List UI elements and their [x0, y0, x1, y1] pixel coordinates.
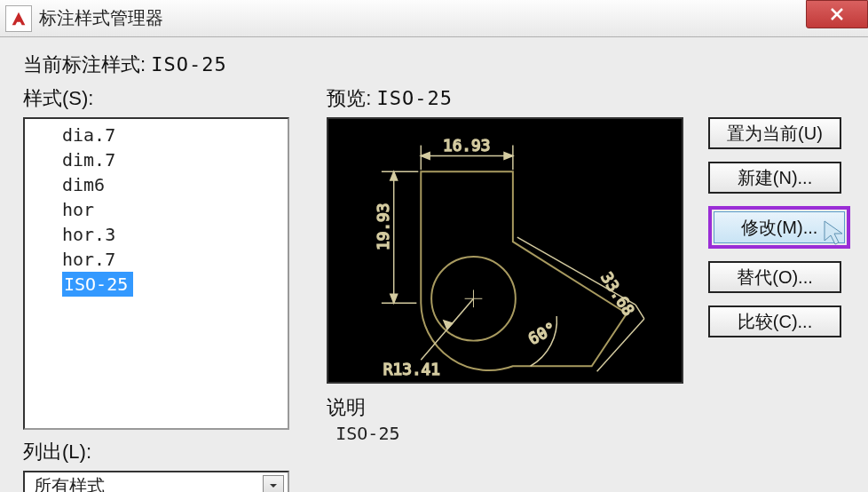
description-value: ISO-25 [335, 423, 690, 444]
list-item[interactable]: ISO-25 [62, 272, 133, 297]
chevron-down-icon [263, 475, 284, 492]
override-button[interactable]: 替代(O)... [708, 261, 841, 293]
modify-button-label: 修改(M)... [741, 218, 818, 237]
set-current-button[interactable]: 置为当前(U) [708, 117, 841, 149]
list-filter-dropdown[interactable]: 所有样式 [23, 471, 289, 492]
close-button[interactable] [806, 0, 868, 28]
current-style-label: 当前标注样式: [23, 53, 146, 75]
titlebar: 标注样式管理器 [0, 0, 868, 37]
list-item[interactable]: dim6 [25, 172, 288, 197]
description-label: 说明 [327, 394, 690, 421]
list-item[interactable]: hor.7 [25, 247, 288, 272]
dim-radius: R13.41 [383, 361, 440, 378]
current-style-value: ISO-25 [151, 53, 226, 75]
preview-label-row: 预览: ISO-25 [327, 85, 690, 112]
new-button[interactable]: 新建(N)... [708, 162, 841, 194]
list-item[interactable]: dia.7 [25, 123, 288, 147]
list-item[interactable]: hor.3 [25, 222, 288, 247]
app-icon [5, 5, 32, 32]
dim-diag: 33.68 [597, 269, 637, 319]
list-filter-value: 所有样式 [34, 474, 105, 493]
list-filter-label: 列出(L): [23, 439, 300, 465]
list-item[interactable]: dim.7 [25, 147, 288, 172]
modify-button-highlight: 修改(M)... [708, 206, 850, 249]
current-style-row: 当前标注样式: ISO-25 [23, 52, 850, 78]
styles-label: 样式(S): [23, 85, 300, 112]
preview-box: 16.93 19.93 33.68 60° [327, 117, 683, 384]
close-icon [828, 5, 846, 23]
window-title: 标注样式管理器 [39, 6, 163, 30]
modify-button[interactable]: 修改(M)... [714, 211, 845, 243]
cursor-icon [823, 219, 849, 246]
dim-left: 19.93 [375, 203, 392, 250]
dim-angle: 60° [525, 319, 559, 348]
preview-label: 预览: [327, 87, 371, 109]
dim-top: 16.93 [443, 137, 490, 155]
list-item[interactable]: hor [25, 197, 288, 222]
styles-listbox[interactable]: dia.7dim.7dim6horhor.3hor.7ISO-25 [23, 117, 289, 430]
preview-style-name: ISO-25 [376, 87, 452, 109]
svg-line-10 [597, 319, 644, 371]
compare-button[interactable]: 比较(C)... [708, 306, 841, 337]
